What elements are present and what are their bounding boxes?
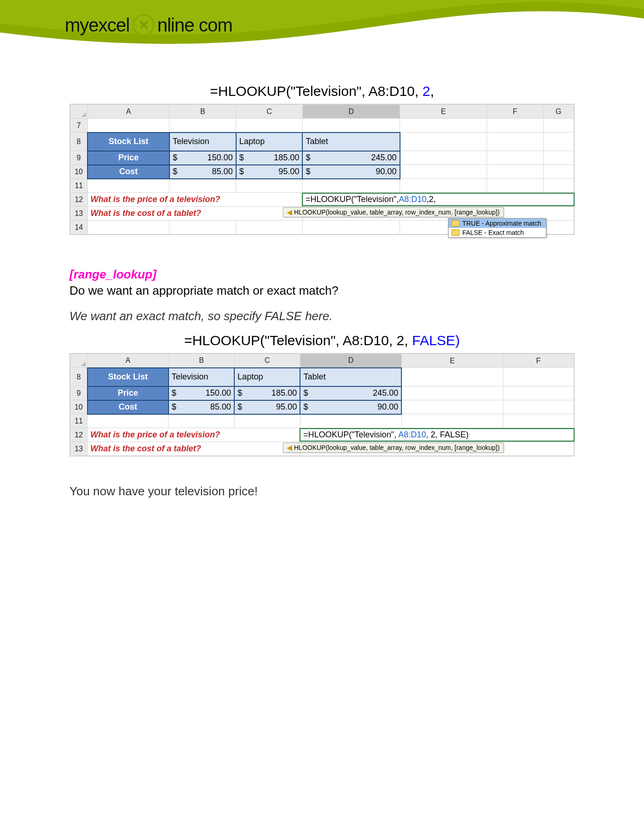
col-A[interactable]: A <box>88 105 169 119</box>
row-8[interactable]: 8 <box>70 133 88 151</box>
cell-hdr-laptop[interactable]: Laptop <box>234 368 300 386</box>
cell-cost-label[interactable]: Cost <box>88 165 169 179</box>
cell-hdr-tv[interactable]: Television <box>169 133 236 151</box>
col-D[interactable]: D <box>302 105 400 119</box>
constant-icon <box>451 229 460 236</box>
site-logo: my excel ✕ nline . com <box>65 14 232 36</box>
col-C[interactable]: C <box>234 354 300 368</box>
row-12[interactable]: 12 <box>70 193 88 207</box>
col-D[interactable]: D <box>300 354 401 368</box>
spreadsheet-1: A B C D E F G 7 8 Stock List Television … <box>69 104 575 235</box>
cell-cost-tablet[interactable]: $90.00 <box>302 165 400 179</box>
row-8[interactable]: 8 <box>70 368 88 386</box>
cell-price-tv[interactable]: $150.00 <box>169 386 234 400</box>
formula-title-1: =HLOOKUP("Television", A8:D10, 2, <box>69 83 575 99</box>
cell-stock-list[interactable]: Stock List <box>88 133 169 151</box>
syntax-tooltip-2: ◀HLOOKUP(lookup_value, table_array, row_… <box>283 442 504 453</box>
nav-left-icon[interactable]: ◀ <box>287 208 292 216</box>
cell-cost-tablet[interactable]: $90.00 <box>300 400 401 414</box>
select-all-corner[interactable] <box>70 354 88 368</box>
range-lookup-question: Do we want an appropriate match or exact… <box>69 284 575 298</box>
cell-cost-tv[interactable]: $85.00 <box>169 400 234 414</box>
constant-icon <box>451 220 460 227</box>
row-11[interactable]: 11 <box>70 414 88 428</box>
cell-cost-tv[interactable]: $85.00 <box>169 165 236 179</box>
cell-hdr-tablet[interactable]: Tablet <box>300 368 401 386</box>
question-2[interactable]: What is the cost of a tablet? <box>88 442 300 456</box>
col-E[interactable]: E <box>400 105 487 119</box>
col-B[interactable]: B <box>169 354 234 368</box>
formula-cell-2[interactable]: =HLOOKUP("Television", A8:D10, 2, FALSE) <box>300 429 574 441</box>
nav-left-icon[interactable]: ◀ <box>287 444 292 451</box>
autocomplete-true[interactable]: TRUE - Approximate match <box>449 219 546 228</box>
select-all-corner[interactable] <box>70 105 88 119</box>
row-11[interactable]: 11 <box>70 179 88 193</box>
page-content: =HLOOKUP("Television", A8:D10, 2, A B C … <box>0 60 644 517</box>
autocomplete-false[interactable]: FALSE - Exact match <box>449 228 546 237</box>
formula-title-2: =HLOOKUP("Television", A8:D10, 2, FALSE) <box>69 333 575 348</box>
row-10[interactable]: 10 <box>70 400 88 414</box>
cell-hdr-tablet[interactable]: Tablet <box>302 133 400 151</box>
cell-price-laptop[interactable]: $185.00 <box>236 151 303 165</box>
col-F[interactable]: F <box>503 354 574 368</box>
col-F[interactable]: F <box>487 105 543 119</box>
grid-2: A B C D E F 8 Stock List Television Lapt… <box>70 354 574 456</box>
column-header-row: A B C D E F G <box>70 105 574 119</box>
logo-part-com: com <box>199 15 232 36</box>
syntax-tooltip-1: ◀HLOOKUP(lookup_value, table_array, row_… <box>283 207 504 217</box>
autocomplete-dropdown[interactable]: TRUE - Approximate match FALSE - Exact m… <box>448 218 546 238</box>
spreadsheet-2: A B C D E F 8 Stock List Television Lapt… <box>69 353 575 456</box>
logo-part-dot: . <box>194 15 199 36</box>
range-lookup-answer: We want an exact match, so specify FALSE… <box>69 309 575 323</box>
formula-cell-1[interactable]: =HLOOKUP("Television",A8:D10,2, <box>303 194 574 205</box>
row-7[interactable]: 7 <box>70 119 88 133</box>
question-1[interactable]: What is the price of a television? <box>88 428 300 442</box>
col-E[interactable]: E <box>401 354 503 368</box>
result-text: You now have your television price! <box>69 484 575 499</box>
row-14[interactable]: 14 <box>70 221 88 234</box>
page-header: my excel ✕ nline . com <box>0 0 644 60</box>
col-C[interactable]: C <box>236 105 303 119</box>
cell-price-label[interactable]: Price <box>88 386 169 400</box>
cell-hdr-tv[interactable]: Television <box>169 368 234 386</box>
row-13[interactable]: 13 <box>70 442 88 456</box>
row-10[interactable]: 10 <box>70 165 88 179</box>
cell-price-tablet[interactable]: $245.00 <box>302 151 400 165</box>
cell-cost-label[interactable]: Cost <box>88 400 169 414</box>
logo-part-excel: excel <box>88 15 129 36</box>
col-A[interactable]: A <box>88 354 169 368</box>
cell-cost-laptop[interactable]: $95.00 <box>234 400 300 414</box>
col-G[interactable]: G <box>543 105 574 119</box>
column-header-row: A B C D E F <box>70 354 574 368</box>
row-12[interactable]: 12 <box>70 428 88 442</box>
cell-stock-list[interactable]: Stock List <box>88 368 169 386</box>
cell-price-label[interactable]: Price <box>88 151 169 165</box>
logo-x-icon: ✕ <box>132 14 155 36</box>
col-B[interactable]: B <box>169 105 236 119</box>
question-2[interactable]: What is the cost of a tablet? <box>88 207 302 221</box>
logo-part-nline: nline <box>157 15 194 36</box>
cell-price-tablet[interactable]: $245.00 <box>300 386 401 400</box>
cell-price-tv[interactable]: $150.00 <box>169 151 236 165</box>
cell-hdr-laptop[interactable]: Laptop <box>236 133 303 151</box>
range-lookup-label: [range_lookup] <box>69 267 575 282</box>
row-13[interactable]: 13 <box>70 207 88 221</box>
cell-cost-laptop[interactable]: $95.00 <box>236 165 303 179</box>
question-1[interactable]: What is the price of a television? <box>88 193 302 207</box>
logo-part-my: my <box>65 15 88 36</box>
cell-price-laptop[interactable]: $185.00 <box>234 386 300 400</box>
row-9[interactable]: 9 <box>70 151 88 165</box>
row-9[interactable]: 9 <box>70 386 88 400</box>
